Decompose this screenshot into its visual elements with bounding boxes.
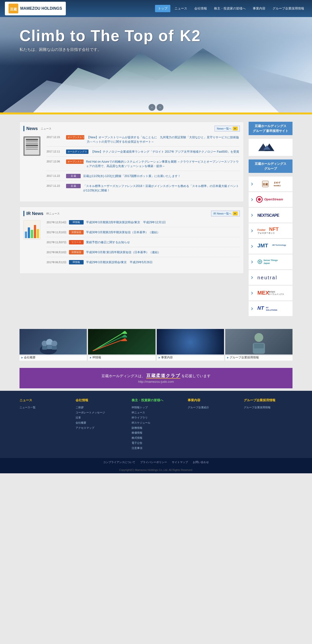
footer-link-financial[interactable]: 財務情報	[132, 425, 180, 430]
footer-link-ir-top[interactable]: IR情報トップ	[132, 405, 180, 410]
banner-business-text: 事業内容	[161, 356, 173, 360]
svg-point-12	[258, 198, 261, 201]
nav-business[interactable]: 事業内容	[250, 5, 268, 12]
ir-tag-2: 決算短信	[69, 230, 84, 234]
svg-text:NEXTSCAPE: NEXTSCAPE	[257, 213, 279, 218]
footer-link-ir-lib[interactable]: IRライブラリ	[132, 415, 180, 420]
footer-link-history[interactable]: 沿革	[76, 415, 124, 420]
judo-text-suffix: を応援しています	[181, 374, 211, 378]
sidebar-item-sense[interactable]: Sense Things Japan	[249, 254, 292, 269]
news-text-2[interactable]: 【New】テクノロジー企業成長率ランキング「デロイト 2017年 アジア太平洋地…	[91, 150, 239, 154]
footer-col-news: ニュース ニュース一覧	[20, 398, 68, 451]
sidebar-item-neutral[interactable]: neutral	[249, 270, 292, 285]
ir-text-1[interactable]: 平成30年3月期第2四半期決算説明会/東京 平成29年12月1日	[86, 220, 166, 224]
mamezou-arrow-icon	[250, 182, 253, 185]
svg-text:コーウェメックス: コーウェメックス	[268, 293, 284, 295]
logo[interactable]: 豆蔵 MAMEZOU HOLDINGS	[5, 2, 66, 15]
neutral-arrow-icon	[250, 276, 253, 279]
judo-text: 豆蔵ホールディングスは、 豆蔵柔道クラブ を応援しています	[24, 373, 288, 378]
sidebar-item-nt[interactable]: NT NT SOLUTIONS	[249, 301, 292, 316]
banner-company-label: 会社概要	[20, 354, 87, 360]
nt-arrow-icon	[250, 307, 253, 310]
jmt-logo: JMT JM Technology Inc.	[254, 241, 288, 252]
footer-contact[interactable]: お問い合わせ	[193, 460, 209, 464]
sidebar-item-mex[interactable]: MEX 株式会社 コーウェメックス	[249, 286, 292, 300]
banner-company[interactable]: 会社概要	[20, 329, 87, 360]
chart-icon	[24, 220, 41, 240]
svg-text:豆蔵: 豆蔵	[10, 7, 17, 11]
footer-link-group-intro[interactable]: グループ企業紹介	[188, 405, 236, 410]
news-link-all[interactable]: News一覧へ ▶	[214, 126, 240, 132]
svg-line-45	[93, 331, 126, 351]
footer-link-recruit-group[interactable]: グループ企業採用情報	[244, 405, 292, 410]
nav-news[interactable]: ニュース	[172, 5, 190, 12]
banner-ir[interactable]: IR情報	[88, 329, 155, 360]
footer-link-greeting[interactable]: ご挨拶	[76, 405, 124, 410]
ir-text-4[interactable]: 平成30年3月期 第1四半期決算短信（日本基準）（連結）	[86, 250, 161, 254]
table-row: 2017年11月10日 決算短信 平成30年3月期第2四半期決算短信（日本基準）…	[47, 230, 240, 237]
table-row: 2017.11.22 豆 蔵 「スキル標準ユーザーズカンファレンス2018！豆蔵…	[47, 184, 240, 195]
news-tag-2: ホールディングス	[66, 150, 89, 154]
footer-link-ir-sched[interactable]: IRスケジュール	[132, 420, 180, 425]
ir-text-3[interactable]: 業績予想の修正に関するお知らせ	[86, 240, 130, 244]
nav-company[interactable]: 会社情報	[191, 5, 210, 12]
footer-link-message[interactable]: コーポレートメッセージ	[76, 410, 124, 415]
ir-date-5: 2017年06月12日	[47, 260, 67, 264]
news-title-text: News	[26, 126, 38, 131]
banner-recruit[interactable]: グループ企業採用情報	[225, 329, 292, 360]
footer-col-news-title: ニュース	[20, 398, 68, 402]
hero-prev-arrow[interactable]: ‹	[149, 104, 156, 111]
news-date-2: 2017.12.11	[47, 150, 64, 153]
news-container: 2017.12.15 オープンストリーム 【New】オープンストリームが提供する…	[24, 135, 240, 198]
sidebar: 豆蔵ホールディングスグループ 新卒採用サイト 豆蔵ホールディングスグループ	[249, 122, 292, 317]
nav-recruit[interactable]: グループ企業採用情報	[269, 5, 307, 12]
footer-link-stock-info[interactable]: 株式情報	[132, 435, 180, 440]
ir-news-link-all[interactable]: IR News一覧へ ▶	[211, 210, 240, 216]
banner-company-text: 会社概要	[24, 356, 36, 360]
ir-date-3: 2017年11月07日	[47, 240, 67, 244]
footer-link-ir-news[interactable]: IRニュース	[132, 410, 180, 415]
hero-next-arrow[interactable]: ›	[157, 104, 164, 111]
sidebar-item-mamezou[interactable]: 豆蔵 まめぞう MAMEZOU	[249, 176, 292, 191]
banner-ir-label: IR情報	[88, 354, 155, 360]
nt-logo: NT NT SOLUTIONS	[254, 303, 288, 314]
news-text-4[interactable]: 豆蔵は11/29(水)-12/2(土)開催「2017国際ロボット展」に出展いたし…	[83, 174, 181, 178]
banner-business[interactable]: 事業内容	[157, 329, 224, 360]
svg-marker-49	[121, 334, 127, 338]
sidebar-item-jmt[interactable]: JMT JM Technology Inc.	[249, 239, 292, 254]
footer-col-recruit-title: グループ企業採用情報	[244, 398, 292, 402]
nav-top[interactable]: トップ	[155, 5, 170, 12]
footer-link-access[interactable]: アクセスマップ	[76, 425, 124, 430]
footer-link-stock-price[interactable]: 株価情報	[132, 430, 180, 435]
nav-investors[interactable]: 株主・投資家の皆様へ	[211, 5, 249, 12]
footer-link-news-list[interactable]: ニュース一覧	[20, 405, 68, 410]
footer-link-overview[interactable]: 会社概要	[76, 420, 124, 425]
news-section: News ニュース News一覧へ ▶	[20, 122, 244, 202]
sidebar-recruit-logo[interactable]	[249, 139, 292, 156]
sidebar-group-title: 豆蔵ホールディングスグループ	[251, 162, 290, 171]
news-text-3[interactable]: Red Hat on Azureでの戦略的システムインテグレーション事業を展開 …	[86, 160, 240, 168]
news-date-1: 2017.12.15	[47, 135, 64, 138]
ir-date-1: 2017年12月14日	[47, 220, 67, 224]
footer-privacy[interactable]: プライバシーポリシー	[140, 460, 167, 464]
footer-link-electronic[interactable]: 電子公告	[132, 440, 180, 446]
ir-icon	[24, 220, 43, 270]
news-text-5[interactable]: 「スキル標準ユーザーズカンファレンス2018！豆蔵がメインスポンサーを務める「ス…	[83, 184, 240, 192]
svg-point-51	[254, 333, 263, 342]
judo-banner[interactable]: 豆蔵ホールディングスは、 豆蔵柔道クラブ を応援しています http://mam…	[20, 368, 292, 388]
footer-link-notice[interactable]: 注意事項	[132, 446, 180, 451]
sidebar-item-fosternft[interactable]: Foster NFT フォスターネット	[249, 223, 292, 238]
ir-link-icon: ▶	[233, 212, 238, 216]
ir-text-2[interactable]: 平成30年3月期第2四半期決算短信（日本基準）（連結）	[86, 230, 160, 234]
sidebar-item-nextscape[interactable]: NEXTSCAPE	[249, 208, 292, 222]
news-text-1[interactable]: 【New】オープンストリームが提供する「ねこともに 九州電力の実証実験「大切なひ…	[87, 135, 240, 144]
footer-sitemap[interactable]: サイトマップ	[172, 460, 188, 464]
hero-title-prefix: Climb to The Top of	[20, 27, 174, 44]
footer-compliance[interactable]: コンプライアンスについて	[103, 460, 135, 464]
ir-date-4: 2017年08月10日	[47, 250, 67, 254]
sidebar-item-openstream[interactable]: OpenStream	[249, 192, 292, 207]
table-row: 2017年12月14日 IR情報 平成30年3月期第2四半期決算説明会/東京 平…	[47, 220, 240, 227]
copyright: Copyright(C) Mamezou Holdings Co.,Ltd. A…	[0, 466, 312, 473]
ir-tag-4: 決算短信	[69, 250, 84, 254]
ir-text-5[interactable]: 平成29年3月期決算説明会/東京 平成29年5月26日	[86, 260, 153, 264]
